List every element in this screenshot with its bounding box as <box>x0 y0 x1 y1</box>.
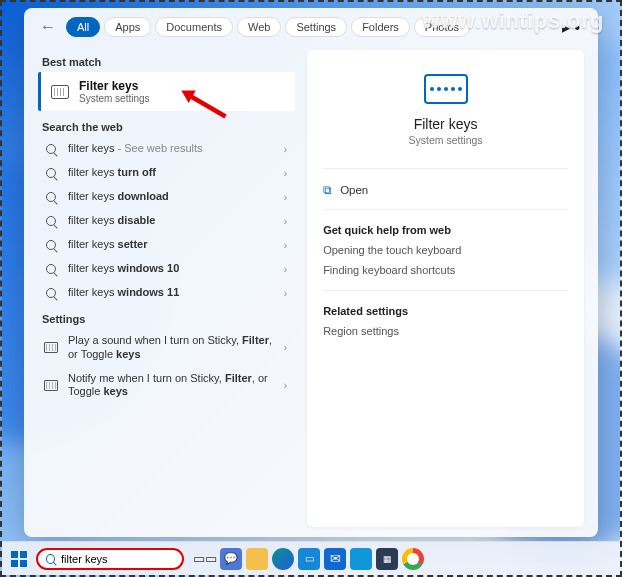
web-result-item[interactable]: filter keys disable › <box>38 209 295 233</box>
results-column: Best match Filter keys System settings S… <box>38 50 295 527</box>
tab-folders[interactable]: Folders <box>351 17 410 37</box>
search-icon <box>44 166 58 180</box>
back-arrow-icon[interactable]: ← <box>34 14 62 40</box>
chevron-right-icon: › <box>284 288 289 299</box>
chevron-right-icon: › <box>284 264 289 275</box>
web-result-item[interactable]: filter keys windows 10 › <box>38 257 295 281</box>
divider <box>323 209 568 210</box>
tab-web[interactable]: Web <box>237 17 281 37</box>
best-match-label: Best match <box>42 56 295 68</box>
annotation-arrow <box>174 85 232 121</box>
chrome-icon[interactable] <box>402 548 424 570</box>
taskbar: ▭▭ 💬 ▭ ✉ ▦ <box>2 541 620 575</box>
calculator-icon[interactable]: ▦ <box>376 548 398 570</box>
start-button[interactable] <box>8 548 30 570</box>
preview-pane: Filter keys System settings ⧉ Open Get q… <box>307 50 584 527</box>
best-match-title: Filter keys <box>79 79 150 93</box>
search-popup: ← All Apps Documents Web Settings Folder… <box>24 8 598 537</box>
web-result-item[interactable]: filter keys - See web results › <box>38 137 295 161</box>
best-match-subtitle: System settings <box>79 93 150 104</box>
search-icon <box>44 262 58 276</box>
web-result-item[interactable]: filter keys setter › <box>38 233 295 257</box>
preview-subtitle: System settings <box>323 134 568 146</box>
keyboard-icon <box>44 341 58 355</box>
store-icon[interactable]: ▭ <box>298 548 320 570</box>
taskview-icon[interactable]: ▭▭ <box>194 548 216 570</box>
tab-apps[interactable]: Apps <box>104 17 151 37</box>
chevron-right-icon: › <box>284 168 289 179</box>
search-icon <box>44 190 58 204</box>
divider <box>323 290 568 291</box>
open-external-icon: ⧉ <box>323 183 332 197</box>
taskbar-search-box[interactable] <box>36 548 184 570</box>
explorer-icon[interactable] <box>246 548 268 570</box>
chevron-right-icon: › <box>284 216 289 227</box>
open-action[interactable]: ⧉ Open <box>323 179 568 201</box>
search-icon <box>44 214 58 228</box>
mail-icon[interactable]: ✉ <box>324 548 346 570</box>
web-result-item[interactable]: filter keys turn off › <box>38 161 295 185</box>
photos-icon[interactable] <box>350 548 372 570</box>
best-match-item[interactable]: Filter keys System settings <box>38 72 295 111</box>
tab-documents[interactable]: Documents <box>155 17 233 37</box>
chevron-right-icon: › <box>284 144 289 155</box>
search-icon <box>44 286 58 300</box>
quick-link[interactable]: Opening the touch keyboard <box>323 240 568 260</box>
search-icon <box>44 238 58 252</box>
chat-icon[interactable]: 💬 <box>220 548 242 570</box>
preview-title: Filter keys <box>323 116 568 132</box>
keyboard-icon <box>44 378 58 392</box>
web-result-item[interactable]: filter keys windows 11 › <box>38 281 295 305</box>
search-icon <box>46 554 55 564</box>
search-web-label: Search the web <box>42 121 295 133</box>
divider <box>323 168 568 169</box>
quick-help-label: Get quick help from web <box>323 224 568 236</box>
chevron-right-icon: › <box>284 240 289 251</box>
keyboard-app-icon <box>424 74 468 104</box>
tab-settings[interactable]: Settings <box>285 17 347 37</box>
search-icon <box>44 142 58 156</box>
chevron-right-icon: › <box>284 342 289 353</box>
related-link[interactable]: Region settings <box>323 321 568 341</box>
chevron-right-icon: › <box>284 380 289 391</box>
quick-link[interactable]: Finding keyboard shortcuts <box>323 260 568 280</box>
settings-result-item[interactable]: Notify me when I turn on Sticky, Filter,… <box>38 367 295 405</box>
related-settings-label: Related settings <box>323 305 568 317</box>
chevron-right-icon: › <box>284 192 289 203</box>
taskbar-search-input[interactable] <box>61 553 174 565</box>
settings-section-label: Settings <box>42 313 295 325</box>
tab-all[interactable]: All <box>66 17 100 37</box>
web-result-item[interactable]: filter keys download › <box>38 185 295 209</box>
watermark-text: www.wintips.org <box>423 8 604 34</box>
edge-icon[interactable] <box>272 548 294 570</box>
keyboard-icon <box>51 85 69 99</box>
settings-result-item[interactable]: Play a sound when I turn on Sticky, Filt… <box>38 329 295 367</box>
